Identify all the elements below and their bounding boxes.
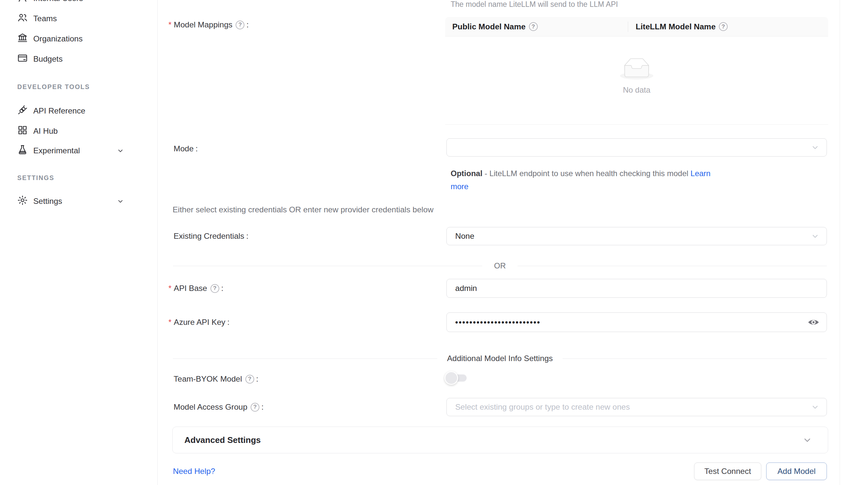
plug-icon xyxy=(17,104,28,118)
sidebar-section-developer-tools: DEVELOPER TOOLS xyxy=(17,82,90,91)
litellm-model-helper-text: The model name LiteLLM will send to the … xyxy=(451,0,618,9)
sidebar-item-experimental[interactable]: Experimental xyxy=(17,140,144,161)
credit-card-icon xyxy=(17,53,28,66)
sidebar-item-organizations[interactable]: Organizations xyxy=(17,29,144,49)
advanced-settings-title: Advanced Settings xyxy=(184,435,261,445)
sidebar-item-label: Experimental xyxy=(33,146,80,155)
sidebar-section-settings: SETTINGS xyxy=(17,173,55,182)
chevron-down-icon xyxy=(802,435,812,445)
mode-select[interactable] xyxy=(446,138,827,157)
flask-icon xyxy=(17,144,28,157)
sidebar-item-teams[interactable]: Teams xyxy=(17,8,144,29)
chevron-down-icon xyxy=(117,147,124,154)
model-access-group-select[interactable]: Select existing groups or type to create… xyxy=(446,398,827,416)
additional-model-info-divider: Additional Model Info Settings xyxy=(173,354,827,363)
table-header-litellm-model-name: LiteLLM Model Name xyxy=(628,22,828,31)
api-base-input[interactable]: admin xyxy=(446,279,827,298)
sidebar: Internal Users Teams Organizations Budge… xyxy=(0,0,158,485)
sidebar-item-label: Teams xyxy=(33,14,57,23)
empty-inbox-icon xyxy=(620,58,653,81)
sidebar-item-label: Budgets xyxy=(33,55,63,64)
help-icon[interactable] xyxy=(529,22,538,31)
team-byok-toggle[interactable] xyxy=(444,370,468,386)
help-icon[interactable] xyxy=(719,22,728,31)
required-marker: * xyxy=(168,284,172,293)
user-icon xyxy=(17,0,28,5)
column-divider xyxy=(628,22,628,32)
sidebar-item-label: AI Hub xyxy=(33,127,58,136)
sidebar-item-label: Organizations xyxy=(33,34,83,43)
sidebar-item-ai-hub[interactable]: AI Hub xyxy=(17,121,144,141)
existing-credentials-label: Existing Credentials : xyxy=(168,232,248,241)
sidebar-item-label: Settings xyxy=(33,197,62,206)
or-divider: OR xyxy=(173,261,827,270)
content-right-divider xyxy=(840,0,840,485)
team-icon xyxy=(17,12,28,25)
model-mappings-table: Public Model Name LiteLLM Model Name No … xyxy=(445,17,828,125)
model-mappings-label: * Model Mappings : xyxy=(168,20,249,29)
credentials-instruction-text: Either select existing credentials OR en… xyxy=(173,205,433,214)
required-marker: * xyxy=(168,318,172,327)
sidebar-item-settings[interactable]: Settings xyxy=(17,191,144,212)
sidebar-item-internal-users[interactable]: Internal Users xyxy=(17,0,144,8)
sidebar-item-label: API Reference xyxy=(33,106,85,116)
mode-helper-text: Optional - LiteLLM endpoint to use when … xyxy=(451,167,710,193)
team-byok-label: Team-BYOK Model : xyxy=(168,375,258,384)
table-header-public-model-name: Public Model Name xyxy=(445,22,628,31)
masked-password-value: •••••••••••••••••••••••• xyxy=(455,318,541,327)
help-icon[interactable] xyxy=(251,403,259,412)
grid-icon xyxy=(17,125,28,138)
learn-more-link[interactable]: more xyxy=(451,182,469,191)
model-access-group-label: Model Access Group : xyxy=(168,402,264,412)
sidebar-item-label: Internal Users xyxy=(33,0,83,3)
help-icon[interactable] xyxy=(245,375,254,384)
help-icon[interactable] xyxy=(211,284,219,293)
sidebar-item-budgets[interactable]: Budgets xyxy=(17,49,144,69)
advanced-settings-panel[interactable]: Advanced Settings xyxy=(172,427,828,453)
empty-state-text: No data xyxy=(623,86,650,95)
azure-api-key-label: * Azure API Key : xyxy=(168,318,229,327)
select-placeholder: Select existing groups or type to create… xyxy=(455,402,630,412)
table-body-empty: No data xyxy=(445,36,828,125)
chevron-down-icon xyxy=(811,403,819,411)
mode-label: Mode : xyxy=(168,144,198,153)
chevron-down-icon xyxy=(117,198,124,205)
azure-api-key-input[interactable]: •••••••••••••••••••••••• xyxy=(446,313,827,332)
chevron-down-icon xyxy=(811,143,819,152)
required-marker: * xyxy=(168,20,172,29)
existing-credentials-select[interactable]: None xyxy=(446,227,827,245)
eye-icon[interactable] xyxy=(808,317,819,327)
chevron-down-icon xyxy=(811,232,819,240)
help-icon[interactable] xyxy=(236,21,244,29)
add-model-button[interactable]: Add Model xyxy=(766,462,827,480)
learn-more-link[interactable]: Learn xyxy=(690,169,710,178)
table-header-row: Public Model Name LiteLLM Model Name xyxy=(445,17,828,36)
need-help-link[interactable]: Need Help? xyxy=(173,467,215,476)
sidebar-item-api-reference[interactable]: API Reference xyxy=(17,101,144,121)
add-model-page: Internal Users Teams Organizations Budge… xyxy=(0,0,868,485)
gear-icon xyxy=(17,195,28,208)
test-connect-button[interactable]: Test Connect xyxy=(694,462,761,480)
empty-state: No data xyxy=(445,58,828,95)
api-base-label: * API Base : xyxy=(168,284,223,293)
bank-icon xyxy=(17,32,28,45)
